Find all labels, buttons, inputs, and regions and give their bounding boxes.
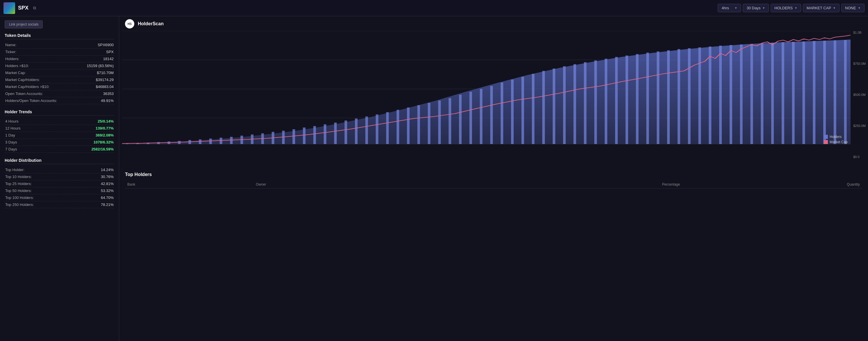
legend-market-cap: Market Cap <box>824 140 848 144</box>
dist-value: 14.24% <box>79 166 114 173</box>
chevron-down-icon: ▼ <box>762 6 765 9</box>
bottom-section: Top Holders Bank Owner Percentage Quanti… <box>119 167 868 341</box>
table-row: 12 Hours139/0.77% <box>5 125 114 132</box>
timeframe-dropdown[interactable]: 4hrs ▼ <box>718 4 741 12</box>
detail-value: SPX6900 <box>76 41 114 48</box>
y-label-500: $500.0M <box>853 93 866 96</box>
dist-label: Top 50 Holders: <box>5 187 79 194</box>
trend-value: 369/2.08% <box>50 132 114 139</box>
detail-value: $39174.29 <box>76 76 114 83</box>
trend-label: 7 Days <box>5 146 50 153</box>
table-row: 4 Hours25/0.14% <box>5 118 114 125</box>
top-bar-controls: 4hrs ▼ 30 Days ▼ HOLDERS ▼ MARKET CAP ▼ … <box>718 4 865 12</box>
dist-label: Top 10 Holders: <box>5 173 79 180</box>
period-value: 30 Days <box>746 6 761 10</box>
col-empty <box>405 181 453 189</box>
trend-value: 1078/6.32% <box>50 139 114 146</box>
chart-svg <box>122 31 850 147</box>
holder-distribution-table: Top Holder:14.24%Top 10 Holders:30.76%To… <box>5 166 114 208</box>
chevron-down-icon: ▼ <box>735 6 738 9</box>
detail-label: Market Cap/Holders >$10: <box>5 83 76 90</box>
legend-market-cap-label: Market Cap <box>830 140 848 144</box>
y-label-750: $750.0M <box>853 62 866 65</box>
table-row: Name:SPX6900 <box>5 41 114 48</box>
filter-dropdown[interactable]: NONE ▼ <box>841 4 865 12</box>
table-row: Market Cap/Holders >$10:$46883.04 <box>5 83 114 90</box>
y-axis-labels: $1.0B $750.0M $500.0M $250.0M $0.0 <box>853 31 866 159</box>
detail-label: Market Cap/Holders: <box>5 76 76 83</box>
trend-label: 3 Days <box>5 139 50 146</box>
y-label-bottom: $0.0 <box>853 155 866 159</box>
chart-header: HS HolderScan <box>119 19 868 31</box>
table-row: Top Holder:14.24% <box>5 166 114 173</box>
market-cap-value: MARKET CAP <box>807 6 831 10</box>
ticker-label: SPX <box>18 5 29 11</box>
trend-label: 12 Hours <box>5 125 50 132</box>
table-row: 7 Days2582/16.59% <box>5 146 114 153</box>
trend-value: 2582/16.59% <box>50 146 114 153</box>
table-row: 3 Days1078/6.32% <box>5 139 114 146</box>
main-layout: Link project socials Token Details Name:… <box>0 16 868 341</box>
market-cap-swatch <box>824 140 828 144</box>
y-label-250: $250.0M <box>853 124 866 128</box>
detail-label: Holders/Open Token Accounts: <box>5 97 76 104</box>
dist-label: Top Holder: <box>5 166 79 173</box>
holders-table: Bank Owner Percentage Quantity <box>125 181 862 189</box>
left-panel: Link project socials Token Details Name:… <box>0 16 119 341</box>
detail-label: Open Token Accounts: <box>5 90 76 97</box>
avatar <box>3 2 15 14</box>
table-row: Top 50 Holders:53.32% <box>5 187 114 194</box>
chevron-down-icon: ▼ <box>795 6 797 9</box>
table-row: Top 25 Holders:42.81% <box>5 180 114 187</box>
market-cap-dropdown[interactable]: MARKET CAP ▼ <box>803 4 839 12</box>
top-holders-title: Top Holders <box>125 172 862 177</box>
table-row: 1 Day369/2.08% <box>5 132 114 139</box>
period-dropdown[interactable]: 30 Days ▼ <box>743 4 769 12</box>
detail-label: Holders: <box>5 56 76 63</box>
table-row: Top 100 Holders:64.70% <box>5 194 114 201</box>
detail-value: $46883.04 <box>76 83 114 90</box>
holder-distribution-title: Holder Distribution <box>5 158 114 164</box>
detail-label: Holders >$10: <box>5 63 76 69</box>
detail-label: Ticker: <box>5 48 76 56</box>
token-details-table: Name:SPX6900Ticker:SPXHolders:18142Holde… <box>5 41 114 104</box>
col-bank: Bank <box>125 181 253 189</box>
table-row: Holders/Open Token Accounts:49.91% <box>5 97 114 104</box>
col-percentage: Percentage <box>453 181 682 189</box>
dist-value: 53.32% <box>79 187 114 194</box>
legend-holders: Holders <box>824 135 848 139</box>
chart-legend: Holders Market Cap <box>824 135 848 144</box>
timeframe-value: 4hrs <box>721 6 729 10</box>
metric1-value: HOLDERS <box>774 6 793 10</box>
holderscan-brand: HolderScan <box>138 21 164 27</box>
trend-value: 25/0.14% <box>50 118 114 125</box>
table-row: Holders >$10:15159 (83.56%) <box>5 63 114 69</box>
chevron-down-icon: ▼ <box>833 6 836 9</box>
dist-value: 42.81% <box>79 180 114 187</box>
chart-area: HS HolderScan <box>119 16 868 167</box>
col-owner: Owner <box>253 181 405 189</box>
table-row: Market Cap/Holders:$39174.29 <box>5 76 114 83</box>
dist-label: Top 25 Holders: <box>5 180 79 187</box>
detail-value: 18142 <box>76 56 114 63</box>
y-label-top: $1.0B <box>853 31 866 34</box>
right-panel: HS HolderScan <box>119 16 868 341</box>
col-quantity: Quantity <box>682 181 862 189</box>
dist-label: Top 250 Holders: <box>5 201 79 208</box>
detail-label: Name: <box>5 41 76 48</box>
detail-value: $710.70M <box>76 69 114 76</box>
top-bar: SPX ⧉ 4hrs ▼ 30 Days ▼ HOLDERS ▼ MARKET … <box>0 0 868 16</box>
copy-icon[interactable]: ⧉ <box>33 5 36 10</box>
holder-trends-title: Holder Trends <box>5 109 114 115</box>
metric1-dropdown[interactable]: HOLDERS ▼ <box>771 4 801 12</box>
trend-label: 4 Hours <box>5 118 50 125</box>
detail-value: 49.91% <box>76 97 114 104</box>
detail-value: 15159 (83.56%) <box>76 63 114 69</box>
dist-value: 30.76% <box>79 173 114 180</box>
token-details-title: Token Details <box>5 33 114 39</box>
table-row: Open Token Accounts:36353 <box>5 90 114 97</box>
table-row: Holders:18142 <box>5 56 114 63</box>
holders-swatch <box>824 135 828 139</box>
chevron-down-icon: ▼ <box>858 6 861 9</box>
link-project-button[interactable]: Link project socials <box>5 20 43 29</box>
